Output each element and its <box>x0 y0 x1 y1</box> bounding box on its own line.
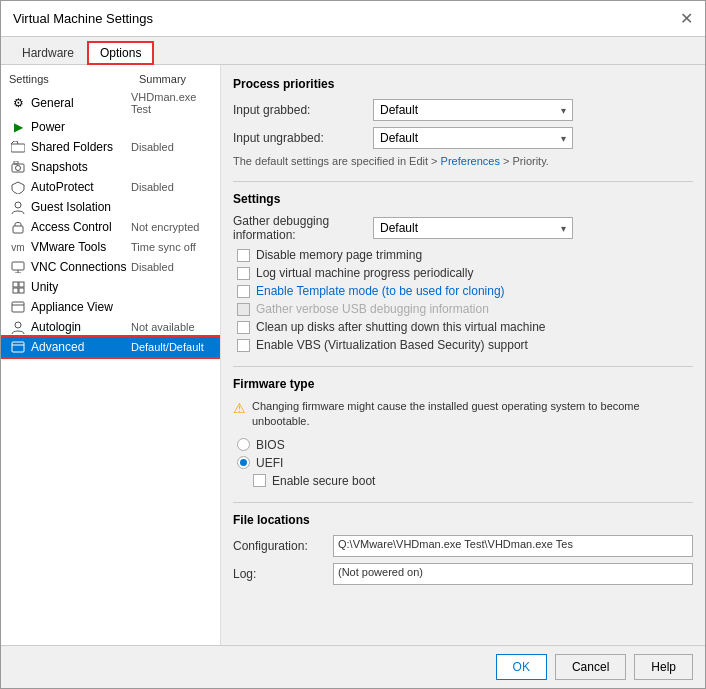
config-value[interactable]: Q:\VMware\VHDman.exe Test\VHDman.exe Tes <box>333 535 693 557</box>
checkbox-clean-up-disks[interactable]: Clean up disks after shutting down this … <box>233 320 693 334</box>
tab-hardware[interactable]: Hardware <box>9 41 87 64</box>
tab-options[interactable]: Options <box>87 41 154 65</box>
firmware-warning: ⚠ Changing firmware might cause the inst… <box>233 399 693 430</box>
warning-icon: ⚠ <box>233 400 246 416</box>
sidebar-item-snapshots[interactable]: Snapshots <box>1 157 220 177</box>
vmware-tools-summary: Time sync off <box>131 241 196 253</box>
gather-debug-label: Gather debugging information: <box>233 214 373 242</box>
svg-rect-13 <box>12 302 24 312</box>
input-grabbed-select[interactable]: Default <box>373 99 573 121</box>
autoprotect-icon <box>9 180 27 194</box>
input-ungrabbed-value: Default <box>380 131 418 145</box>
checkbox-enable-template[interactable]: Enable Template mode (to be used for clo… <box>233 284 693 298</box>
sidebar-item-vnc-connections[interactable]: VNC Connections Disabled <box>1 257 220 277</box>
bios-radio[interactable] <box>237 438 250 451</box>
help-button[interactable]: Help <box>634 654 693 680</box>
power-label: Power <box>31 120 131 134</box>
guest-isolation-icon <box>9 200 27 214</box>
settings-section: Settings Gather debugging information: D… <box>233 192 693 352</box>
checkbox-disable-memory[interactable]: Disable memory page trimming <box>233 248 693 262</box>
sidebar-item-guest-isolation[interactable]: Guest Isolation <box>1 197 220 217</box>
svg-rect-0 <box>11 144 25 152</box>
ok-button[interactable]: OK <box>496 654 547 680</box>
sidebar-item-general[interactable]: ⚙ General VHDman.exe Test <box>1 89 220 117</box>
process-priorities-title: Process priorities <box>233 77 693 91</box>
sidebar-item-autoprotect[interactable]: AutoProtect Disabled <box>1 177 220 197</box>
sidebar-item-unity[interactable]: Unity <box>1 277 220 297</box>
svg-rect-5 <box>13 226 23 233</box>
vnc-connections-icon <box>9 260 27 274</box>
gather-debug-select[interactable]: Default <box>373 217 573 239</box>
vmware-tools-icon: vm <box>9 240 27 254</box>
radio-bios[interactable]: BIOS <box>233 438 693 452</box>
checkbox-log-progress[interactable]: Log virtual machine progress periodicall… <box>233 266 693 280</box>
log-progress-checkbox[interactable] <box>237 267 250 280</box>
col2-header: Summary <box>139 73 212 85</box>
svg-point-3 <box>16 166 21 171</box>
content-area: Settings Summary ⚙ General VHDman.exe Te… <box>1 65 705 645</box>
advanced-summary: Default/Default <box>131 341 204 353</box>
autologin-icon <box>9 320 27 334</box>
svg-rect-12 <box>19 288 24 293</box>
uefi-label: UEFI <box>256 456 283 470</box>
enable-template-checkbox[interactable] <box>237 285 250 298</box>
access-control-icon <box>9 220 27 234</box>
sidebar-item-access-control[interactable]: Access Control Not encrypted <box>1 217 220 237</box>
sidebar-item-advanced[interactable]: Advanced Default/Default <box>1 337 220 357</box>
vnc-connections-summary: Disabled <box>131 261 174 273</box>
appliance-view-label: Appliance View <box>31 300 131 314</box>
clean-up-disks-checkbox[interactable] <box>237 321 250 334</box>
firmware-warning-text: Changing firmware might cause the instal… <box>252 399 693 430</box>
log-progress-label: Log virtual machine progress periodicall… <box>256 266 473 280</box>
gather-debug-value: Default <box>380 221 418 235</box>
enable-template-label: Enable Template mode (to be used for clo… <box>256 284 505 298</box>
input-grabbed-value: Default <box>380 103 418 117</box>
cancel-button[interactable]: Cancel <box>555 654 626 680</box>
autoprotect-label: AutoProtect <box>31 180 131 194</box>
vnc-connections-label: VNC Connections <box>31 260 131 274</box>
main-panel: Process priorities Input grabbed: Defaul… <box>221 65 705 645</box>
sidebar: Settings Summary ⚙ General VHDman.exe Te… <box>1 65 221 645</box>
sidebar-item-power[interactable]: ▶ Power <box>1 117 220 137</box>
enable-vbs-label: Enable VBS (Virtualization Based Securit… <box>256 338 528 352</box>
vmware-tools-label: VMware Tools <box>31 240 131 254</box>
preferences-link[interactable]: Preferences <box>441 155 500 167</box>
shared-folders-label: Shared Folders <box>31 140 131 154</box>
enable-vbs-checkbox[interactable] <box>237 339 250 352</box>
checkbox-gather-verbose: Gather verbose USB debugging information <box>233 302 693 316</box>
disable-memory-label: Disable memory page trimming <box>256 248 422 262</box>
autologin-label: Autologin <box>31 320 131 334</box>
input-ungrabbed-select[interactable]: Default <box>373 127 573 149</box>
divider2 <box>233 366 693 367</box>
access-control-summary: Not encrypted <box>131 221 199 233</box>
disable-memory-checkbox[interactable] <box>237 249 250 262</box>
process-priorities-section: Process priorities Input grabbed: Defaul… <box>233 77 693 167</box>
uefi-radio[interactable] <box>237 456 250 469</box>
sidebar-item-vmware-tools[interactable]: vm VMware Tools Time sync off <box>1 237 220 257</box>
priority-info-text: The default settings are specified in Ed… <box>233 155 693 167</box>
guest-isolation-label: Guest Isolation <box>31 200 131 214</box>
sidebar-item-shared-folders[interactable]: Shared Folders Disabled <box>1 137 220 157</box>
title-bar: Virtual Machine Settings ✕ <box>1 1 705 37</box>
gather-debug-row: Gather debugging information: Default <box>233 214 693 242</box>
checkbox-enable-vbs[interactable]: Enable VBS (Virtualization Based Securit… <box>233 338 693 352</box>
close-button[interactable]: ✕ <box>680 9 693 28</box>
tab-bar: Hardware Options <box>1 37 705 65</box>
divider1 <box>233 181 693 182</box>
svg-rect-16 <box>12 342 24 352</box>
input-ungrabbed-label: Input ungrabbed: <box>233 131 373 145</box>
clean-up-disks-label: Clean up disks after shutting down this … <box>256 320 545 334</box>
shared-folders-icon <box>9 140 27 154</box>
radio-uefi[interactable]: UEFI <box>233 456 693 470</box>
file-locations-title: File locations <box>233 513 693 527</box>
divider3 <box>233 502 693 503</box>
config-row: Configuration: Q:\VMware\VHDman.exe Test… <box>233 535 693 557</box>
sidebar-item-appliance-view[interactable]: Appliance View <box>1 297 220 317</box>
unity-label: Unity <box>31 280 131 294</box>
secure-boot-label: Enable secure boot <box>272 474 375 488</box>
gather-verbose-label: Gather verbose USB debugging information <box>256 302 489 316</box>
secure-boot-checkbox[interactable] <box>253 474 266 487</box>
checkbox-secure-boot[interactable]: Enable secure boot <box>233 474 693 488</box>
advanced-label: Advanced <box>31 340 131 354</box>
sidebar-item-autologin[interactable]: Autologin Not available <box>1 317 220 337</box>
